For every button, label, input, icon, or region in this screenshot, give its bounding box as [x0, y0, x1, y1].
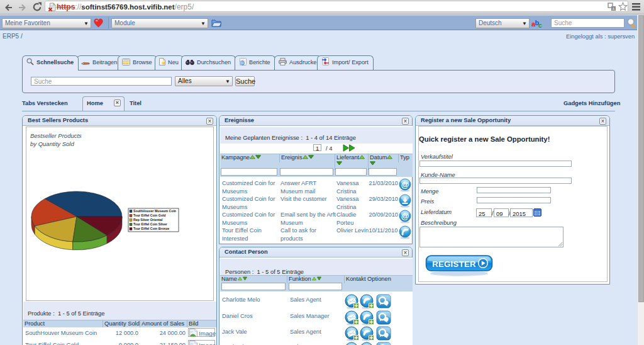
svg-text:c: c [538, 22, 542, 29]
svg-text:Tour Eiffel Coin Bronze: Tour Eiffel Coin Bronze [133, 227, 169, 230]
svg-text:REGISTER: REGISTER [432, 259, 476, 269]
svg-text:Tour Eiffel Coin Silver: Tour Eiffel Coin Silver [133, 222, 167, 226]
svg-text:Rep Silver Oriental: Rep Silver Oriental [133, 218, 163, 222]
svg-text:SouthHouver Museum Coin: SouthHouver Museum Coin [133, 209, 176, 213]
svg-text:@: @ [401, 180, 409, 189]
svg-text:@: @ [401, 212, 409, 221]
svg-text:Tour Eiffel Coin Gold: Tour Eiffel Coin Gold [133, 213, 165, 217]
